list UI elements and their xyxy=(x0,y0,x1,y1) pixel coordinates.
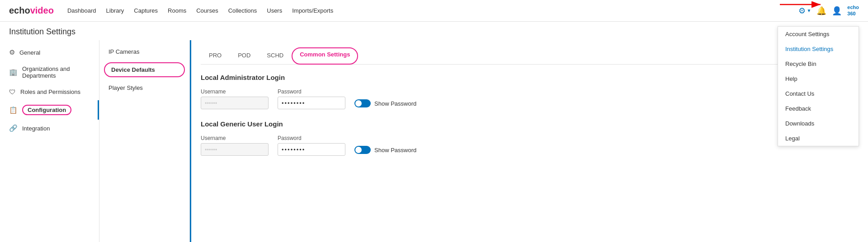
generic-password-field: Password xyxy=(278,135,345,156)
dropdown-contact-us[interactable]: Contact Us xyxy=(778,86,859,101)
sub-sidebar: IP Cameras Device Defaults Player Styles xyxy=(99,40,190,242)
local-admin-form-row: Username Password Show Password xyxy=(201,88,857,109)
nav-dashboard[interactable]: Dashboard xyxy=(67,7,96,14)
dropdown-account-settings[interactable]: Account Settings xyxy=(778,27,859,42)
sidebar-item-integration[interactable]: 🔗 Integration xyxy=(0,120,99,137)
logo-echo: echo xyxy=(9,5,30,16)
sub-sidebar-label-device-defaults: Device Defaults xyxy=(111,66,155,73)
sub-sidebar-label-ip-cameras: IP Cameras xyxy=(108,48,139,55)
echo360-badge: echo360 xyxy=(847,5,859,16)
nav-users[interactable]: Users xyxy=(267,7,282,14)
sidebar-label-roles: Roles and Permissions xyxy=(20,88,80,95)
tabs-bar: PRO POD SCHD Common Settings xyxy=(201,47,857,65)
admin-username-field: Username xyxy=(201,88,269,109)
tab-pod[interactable]: POD xyxy=(230,47,259,64)
generic-username-input[interactable] xyxy=(201,143,269,156)
nav-links: Dashboard Library Captures Rooms Courses… xyxy=(67,7,798,14)
gear-button[interactable]: ⚙ ▼ xyxy=(798,6,811,16)
general-icon: ⚙ xyxy=(9,48,15,56)
generic-password-input[interactable] xyxy=(278,143,345,156)
admin-username-label: Username xyxy=(201,88,269,95)
tab-common-settings[interactable]: Common Settings xyxy=(292,47,358,65)
admin-show-password-label: Show Password xyxy=(374,100,416,107)
admin-show-password-area: Show Password xyxy=(354,99,416,107)
generic-show-password-toggle[interactable] xyxy=(354,146,371,154)
dropdown-help[interactable]: Help xyxy=(778,71,859,86)
local-admin-login-section: Local Administrator Login Username Passw… xyxy=(201,74,857,109)
generic-show-password-label: Show Password xyxy=(374,147,416,154)
tab-pro[interactable]: PRO xyxy=(201,47,230,64)
sidebar-label-configuration: Configuration xyxy=(22,105,71,115)
sidebar-label-general: General xyxy=(19,49,40,56)
nav-courses[interactable]: Courses xyxy=(196,7,218,14)
local-generic-login-title: Local Generic User Login xyxy=(201,120,857,128)
dropdown-menu: Account Settings Institution Settings Re… xyxy=(778,26,859,146)
bell-button[interactable]: 🔔 xyxy=(816,6,826,16)
top-nav-icons: ⚙ ▼ 🔔 👤 echo360 Account Settings Institu… xyxy=(798,5,859,16)
nav-captures[interactable]: Captures xyxy=(134,7,158,14)
main-content: PRO POD SCHD Common Settings Local Admin… xyxy=(190,40,868,242)
generic-show-password-area: Show Password xyxy=(354,146,416,154)
admin-show-password-toggle[interactable] xyxy=(354,99,371,107)
nav-rooms[interactable]: Rooms xyxy=(168,7,186,14)
sub-sidebar-label-player-styles: Player Styles xyxy=(108,84,143,91)
user-button[interactable]: 👤 xyxy=(832,6,842,16)
dropdown-legal[interactable]: Legal xyxy=(778,131,859,146)
generic-password-label: Password xyxy=(278,135,345,141)
sub-sidebar-player-styles[interactable]: Player Styles xyxy=(99,80,189,96)
generic-username-field: Username xyxy=(201,135,269,156)
sidebar-item-roles[interactable]: 🛡 Roles and Permissions xyxy=(0,84,99,100)
generic-username-label: Username xyxy=(201,135,269,141)
dropdown-recycle-bin[interactable]: Recycle Bin xyxy=(778,56,859,71)
tab-schd[interactable]: SCHD xyxy=(259,47,292,64)
sidebar-label-integration: Integration xyxy=(22,125,50,132)
local-generic-form-row: Username Password Show Password xyxy=(201,135,857,156)
orgs-icon: 🏢 xyxy=(9,68,18,76)
sidebar-item-configuration[interactable]: 📋 Configuration xyxy=(0,100,99,120)
local-admin-login-title: Local Administrator Login xyxy=(201,74,857,81)
logo: echovideo xyxy=(9,5,54,16)
page-container: Institution Settings ⚙ General 🏢 Organiz… xyxy=(0,22,868,242)
sub-sidebar-ip-cameras[interactable]: IP Cameras xyxy=(99,44,189,60)
admin-password-label: Password xyxy=(278,88,345,95)
content-area: ⚙ General 🏢 Organizations and Department… xyxy=(0,40,868,242)
sidebar-label-orgs: Organizations and Departments xyxy=(22,65,90,79)
admin-username-input[interactable] xyxy=(201,97,269,109)
nav-collections[interactable]: Collections xyxy=(228,7,257,14)
sidebar: ⚙ General 🏢 Organizations and Department… xyxy=(0,40,99,242)
sub-sidebar-device-defaults[interactable]: Device Defaults xyxy=(104,62,185,77)
sidebar-item-orgs[interactable]: 🏢 Organizations and Departments xyxy=(0,61,99,84)
dropdown-feedback[interactable]: Feedback xyxy=(778,101,859,116)
page-title: Institution Settings xyxy=(9,27,859,37)
nav-library[interactable]: Library xyxy=(106,7,124,14)
admin-password-field: Password xyxy=(278,88,345,109)
dropdown-institution-settings[interactable]: Institution Settings xyxy=(778,42,859,56)
local-generic-login-section: Local Generic User Login Username Passwo… xyxy=(201,120,857,156)
admin-password-input[interactable] xyxy=(278,97,345,109)
configuration-icon: 📋 xyxy=(9,106,18,114)
sidebar-item-general[interactable]: ⚙ General xyxy=(0,44,99,61)
top-nav: echovideo Dashboard Library Captures Roo… xyxy=(0,0,868,22)
roles-icon: 🛡 xyxy=(9,88,16,96)
page-title-bar: Institution Settings xyxy=(0,22,868,40)
dropdown-downloads[interactable]: Downloads xyxy=(778,116,859,131)
integration-icon: 🔗 xyxy=(9,124,18,132)
logo-video: video xyxy=(30,5,54,16)
nav-imports-exports[interactable]: Imports/Exports xyxy=(292,7,333,14)
